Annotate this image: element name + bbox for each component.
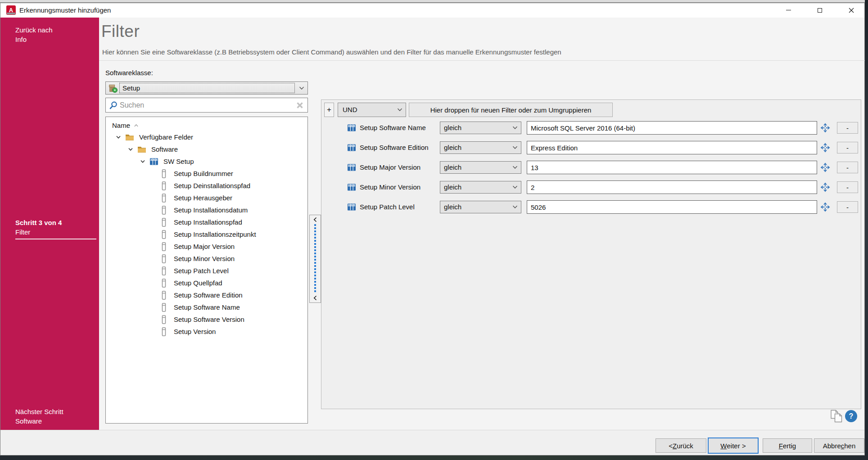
tree-node[interactable]: Setup Software Version [106,313,307,325]
maximize-icon [818,8,822,13]
field-icon [162,266,166,275]
operator-select[interactable]: gleich [440,181,521,194]
step-indicator-label: Schritt 3 von 4 [15,218,62,227]
tree-header-label: Name [112,122,130,129]
field-icon [162,181,166,190]
focus-rectangle [119,83,295,93]
desktop-sliver-bottom [0,455,868,460]
operator-value: gleich [444,181,461,193]
filter-field-label: Setup Minor Version [360,180,420,194]
move-handle-icon[interactable] [820,162,830,172]
title-bar[interactable]: A Erkennungsmuster hinzufügen [0,3,864,18]
add-condition-button[interactable]: + [324,103,334,117]
minimize-button[interactable] [778,3,799,17]
tree-node[interactable]: Setup Patch Level [106,265,307,277]
tree-node[interactable]: Verfügbare Felder [106,131,307,143]
operator-select[interactable]: gleich [440,122,521,134]
remove-condition-button[interactable]: - [837,181,858,193]
expander-chevron-down-icon[interactable] [140,159,145,164]
table-icon [347,123,356,132]
software-class-label: Softwareklasse: [105,69,153,77]
tree-node[interactable]: Setup Deinstallationspfad [106,180,307,192]
help-button[interactable]: ? [845,410,857,422]
field-icon [162,206,166,215]
chevron-down-icon[interactable] [397,108,402,112]
move-handle-icon[interactable] [820,143,830,153]
operator-select[interactable]: gleich [440,201,521,213]
move-handle-icon[interactable] [820,182,830,192]
tree-node[interactable]: Setup Buildnummer [106,167,307,180]
tree-node[interactable]: Setup Minor Version [106,253,307,265]
collapse-left-icon[interactable] [313,217,317,222]
app-icon-letter: A [9,7,13,13]
tree-node-label: Software [151,145,178,153]
page-subtitle: Hier können Sie eine Softwareklasse (z.B… [102,48,561,56]
expander-chevron-down-icon[interactable] [116,135,121,140]
next-step-name: Software [15,416,63,426]
tree-node[interactable]: SW Setup [106,155,307,167]
tree-node[interactable]: Setup Installationszeitpunkt [106,228,307,240]
software-class-select[interactable]: Setup [105,81,308,95]
tree-node[interactable]: Setup Major Version [106,240,307,253]
field-icon [162,218,166,227]
splitter-handle[interactable] [309,215,321,303]
filter-value-input[interactable] [527,161,817,174]
tree-node-label: Setup Software Name [174,303,240,311]
tree-node[interactable]: Setup Installationsdatum [106,204,307,216]
filter-row: Setup Minor Version gleich - [321,180,861,194]
chevron-down-icon[interactable] [512,126,518,130]
search-input[interactable] [120,99,291,112]
sort-ascending-icon [134,123,139,128]
operator-select[interactable]: gleich [440,141,521,154]
collapse-left-icon[interactable] [313,295,317,301]
filter-field-label: Setup Patch Level [360,200,415,214]
clear-search-icon[interactable] [296,102,303,109]
back-button[interactable]: < Zurück [656,438,706,453]
close-icon [849,8,854,13]
tree-node[interactable]: Setup Software Edition [106,289,307,301]
close-button[interactable] [841,3,862,17]
package-icon [108,83,118,93]
logical-operator-select[interactable]: UND [338,103,406,117]
page-title: Filter [101,22,140,41]
tree-node[interactable]: Setup Quellpfad [106,277,307,289]
move-handle-icon[interactable] [820,202,830,212]
chevron-down-icon[interactable] [512,185,518,189]
folder-icon [125,134,134,141]
tree-node-label: Setup Software Edition [174,291,243,299]
remove-condition-button[interactable]: - [837,122,858,134]
remove-condition-button[interactable]: - [837,201,858,213]
field-icon [162,327,166,336]
chevron-down-icon[interactable] [512,146,518,149]
filter-value-input[interactable] [527,121,817,135]
cancel-button[interactable]: Abbrechen [814,438,864,453]
table-icon [347,163,356,172]
back-nav-link[interactable]: Zurück nach Info [15,25,53,44]
finish-button[interactable]: Fertig [763,438,812,453]
tree-column-header[interactable]: Name [106,120,307,131]
chevron-down-icon[interactable] [299,86,304,90]
filter-value-input[interactable] [527,200,817,214]
filter-row: Setup Software Name gleich - [321,121,861,135]
operator-value: gleich [444,201,461,213]
filter-value-input[interactable] [527,141,817,154]
filter-value-input[interactable] [527,180,817,194]
tree-node[interactable]: Setup Version [106,325,307,338]
filter-drop-zone[interactable]: Hier droppen für neuen Filter oder zum U… [409,103,613,117]
copy-icon[interactable] [830,410,843,423]
next-button[interactable]: Weiter > [708,437,759,454]
operator-select[interactable]: gleich [440,161,521,174]
splitter-grip-dots[interactable] [314,224,316,293]
expander-chevron-down-icon[interactable] [128,147,133,152]
chevron-down-icon[interactable] [512,166,518,169]
maximize-button[interactable] [809,3,830,17]
filter-builder-panel: + UND Hier droppen für neuen Filter oder… [321,99,861,409]
remove-condition-button[interactable]: - [837,162,858,173]
chevron-down-icon[interactable] [512,205,518,209]
tree-node[interactable]: Software [106,143,307,155]
tree-node[interactable]: Setup Installationspfad [106,216,307,228]
remove-condition-button[interactable]: - [837,142,858,153]
tree-node[interactable]: Setup Herausgeber [106,192,307,204]
move-handle-icon[interactable] [820,123,830,133]
tree-node[interactable]: Setup Software Name [106,301,307,313]
